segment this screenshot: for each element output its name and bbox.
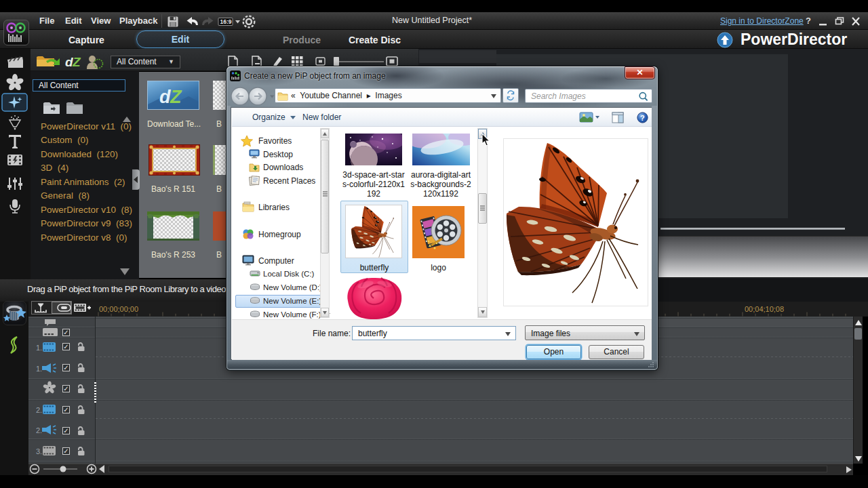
svg-text:PowerDirector: PowerDirector [741, 31, 847, 48]
svg-text:2.: 2. [36, 426, 42, 434]
svg-text:1.: 1. [36, 344, 42, 352]
svg-text:d: d [159, 87, 171, 107]
svg-text:16:9: 16:9 [220, 18, 232, 25]
svg-text:2.: 2. [36, 406, 42, 414]
svg-text:Z: Z [72, 55, 81, 69]
svg-text:Z: Z [170, 87, 182, 107]
svg-text:1.: 1. [36, 365, 42, 373]
svg-text:?: ? [640, 114, 645, 122]
svg-text:3.: 3. [36, 447, 42, 455]
